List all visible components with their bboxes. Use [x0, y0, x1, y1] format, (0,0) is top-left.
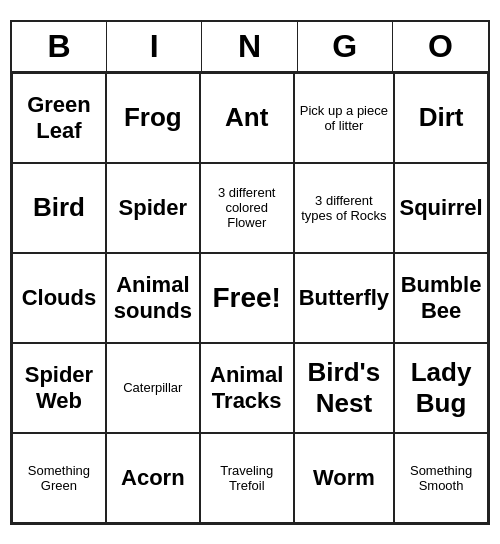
bingo-cell-17[interactable]: Animal Tracks — [200, 343, 294, 433]
bingo-cell-19[interactable]: Lady Bug — [394, 343, 488, 433]
bingo-cell-15[interactable]: Spider Web — [12, 343, 106, 433]
bingo-cell-2[interactable]: Ant — [200, 73, 294, 163]
bingo-cell-4[interactable]: Dirt — [394, 73, 488, 163]
bingo-cell-7[interactable]: 3 different colored Flower — [200, 163, 294, 253]
bingo-cell-16[interactable]: Caterpillar — [106, 343, 200, 433]
bingo-cell-18[interactable]: Bird's Nest — [294, 343, 394, 433]
bingo-cell-22[interactable]: Traveling Trefoil — [200, 433, 294, 523]
bingo-cell-23[interactable]: Worm — [294, 433, 394, 523]
bingo-cell-13[interactable]: Butterfly — [294, 253, 394, 343]
bingo-cell-12[interactable]: Free! — [200, 253, 294, 343]
bingo-cell-20[interactable]: Something Green — [12, 433, 106, 523]
bingo-card: BINGO Green LeafFrogAntPick up a piece o… — [10, 20, 490, 525]
header-letter-i: I — [107, 22, 202, 71]
bingo-cell-0[interactable]: Green Leaf — [12, 73, 106, 163]
bingo-grid: Green LeafFrogAntPick up a piece of litt… — [12, 73, 488, 523]
bingo-cell-3[interactable]: Pick up a piece of litter — [294, 73, 394, 163]
bingo-cell-5[interactable]: Bird — [12, 163, 106, 253]
bingo-cell-1[interactable]: Frog — [106, 73, 200, 163]
bingo-cell-9[interactable]: Squirrel — [394, 163, 488, 253]
header-letter-o: O — [393, 22, 488, 71]
bingo-cell-21[interactable]: Acorn — [106, 433, 200, 523]
bingo-cell-8[interactable]: 3 different types of Rocks — [294, 163, 394, 253]
header-letter-b: B — [12, 22, 107, 71]
bingo-cell-24[interactable]: Something Smooth — [394, 433, 488, 523]
bingo-cell-11[interactable]: Animal sounds — [106, 253, 200, 343]
bingo-header: BINGO — [12, 22, 488, 73]
bingo-cell-6[interactable]: Spider — [106, 163, 200, 253]
bingo-cell-14[interactable]: Bumble Bee — [394, 253, 488, 343]
header-letter-n: N — [202, 22, 297, 71]
header-letter-g: G — [298, 22, 393, 71]
bingo-cell-10[interactable]: Clouds — [12, 253, 106, 343]
